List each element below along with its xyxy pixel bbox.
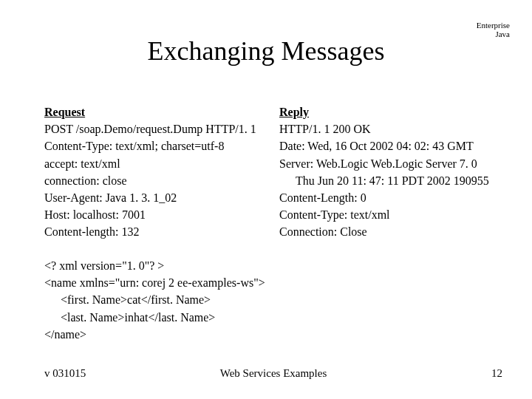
reply-heading: Reply xyxy=(279,103,502,120)
page-title: Exchanging Messages xyxy=(0,35,532,66)
request-line: connection: close xyxy=(44,172,267,189)
corner-line1: Enterprise xyxy=(477,21,510,30)
xml-line: <? xml version="1. 0"? > xyxy=(44,257,265,274)
request-line: Content-length: 132 xyxy=(44,223,267,240)
xml-line: </name> xyxy=(44,326,265,343)
slide: Enterprise Java Exchanging Messages Requ… xyxy=(0,0,532,399)
xml-block: <? xml version="1. 0"? > <name xmlns="ur… xyxy=(44,257,265,343)
reply-line: Content-Length: 0 xyxy=(279,189,502,206)
request-line: accept: text/xml xyxy=(44,155,267,172)
reply-line: HTTP/1. 1 200 OK xyxy=(279,120,502,137)
reply-line: Connection: Close xyxy=(279,223,502,240)
request-line: User-Agent: Java 1. 3. 1_02 xyxy=(44,189,267,206)
xml-line: <name xmlns="urn: corej 2 ee-examples-ws… xyxy=(44,274,265,291)
reply-column: Reply HTTP/1. 1 200 OK Date: Wed, 16 Oct… xyxy=(273,103,502,241)
request-line: POST /soap.Demo/request.Dump HTTP/1. 1 xyxy=(44,120,267,137)
request-column: Request POST /soap.Demo/request.Dump HTT… xyxy=(44,103,273,241)
footer: v 031015 Web Services Examples 12 xyxy=(44,367,502,380)
reply-line-indent: Thu Jun 20 11: 47: 11 PDT 2002 190955 xyxy=(279,172,502,189)
reply-line: Content-Type: text/xml xyxy=(279,206,502,223)
request-line: Host: localhost: 7001 xyxy=(44,206,267,223)
request-heading: Request xyxy=(44,103,267,120)
request-line: Content-Type: text/xml; charset=utf-8 xyxy=(44,137,267,154)
columns: Request POST /soap.Demo/request.Dump HTT… xyxy=(44,103,502,241)
reply-line: Date: Wed, 16 Oct 2002 04: 02: 43 GMT xyxy=(279,137,502,154)
reply-line: Server: Web.Logic Web.Logic Server 7. 0 xyxy=(279,155,502,172)
xml-line: <first. Name>cat</first. Name> xyxy=(44,291,265,308)
xml-line: <last. Name>inhat</last. Name> xyxy=(44,309,265,326)
footer-title: Web Services Examples xyxy=(44,367,502,380)
